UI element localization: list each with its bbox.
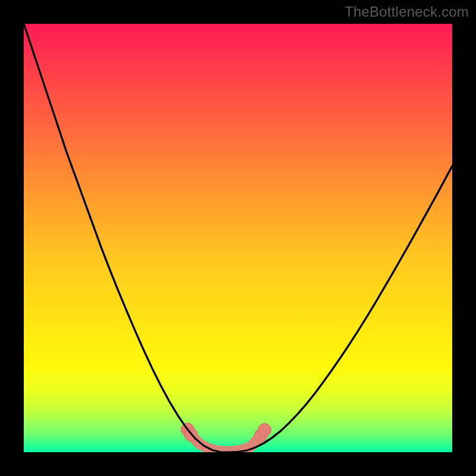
marker-dot [258, 424, 271, 437]
bottleneck-curve [24, 24, 452, 452]
bottleneck-curve [24, 24, 452, 452]
chart-svg [24, 24, 452, 452]
chart-frame: TheBottleneck.com [0, 0, 476, 476]
watermark-text: TheBottleneck.com [345, 4, 469, 20]
plot-area [24, 24, 452, 452]
